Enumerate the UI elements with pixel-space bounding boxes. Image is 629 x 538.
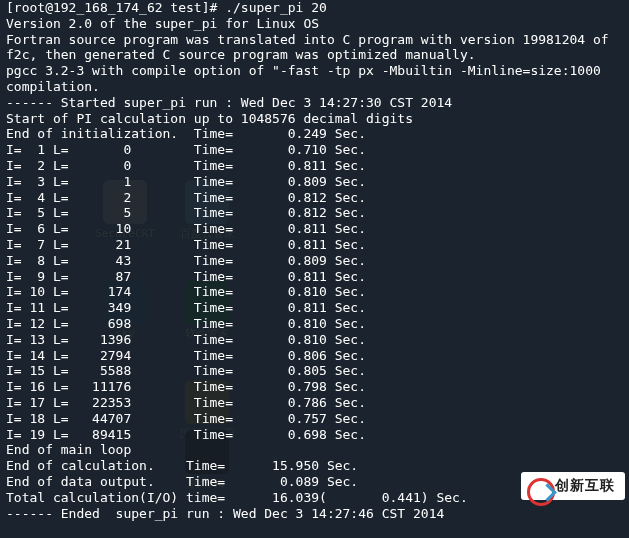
terminal-line: I= 4 L= 2 Time= 0.812 Sec. [6,190,623,206]
terminal-line: Fortran source program was translated in… [6,32,623,48]
terminal-line: I= 11 L= 349 Time= 0.811 Sec. [6,300,623,316]
terminal-line: pgcc 3.2-3 with compile option of "-fast… [6,63,623,79]
terminal-line: I= 19 L= 89415 Time= 0.698 Sec. [6,427,623,443]
terminal-line: Version 2.0 of the super_pi for Linux OS [6,16,623,32]
terminal-line: I= 8 L= 43 Time= 0.809 Sec. [6,253,623,269]
terminal[interactable]: [root@192_168_174_62 test]# ./super_pi 2… [0,0,629,538]
terminal-line: I= 18 L= 44707 Time= 0.757 Sec. [6,411,623,427]
terminal-line: I= 17 L= 22353 Time= 0.786 Sec. [6,395,623,411]
terminal-line: I= 16 L= 11176 Time= 0.798 Sec. [6,379,623,395]
terminal-line: Start of PI calculation up to 1048576 de… [6,111,623,127]
terminal-line: End of main loop [6,442,623,458]
terminal-line: I= 10 L= 174 Time= 0.810 Sec. [6,284,623,300]
terminal-line: End of initialization. Time= 0.249 Sec. [6,126,623,142]
terminal-line: ------ Ended super_pi run : Wed Dec 3 14… [6,506,623,522]
terminal-line: I= 9 L= 87 Time= 0.811 Sec. [6,269,623,285]
terminal-line: f2c, then generated C source program was… [6,47,623,63]
terminal-line: I= 13 L= 1396 Time= 0.810 Sec. [6,332,623,348]
terminal-line: ------ Started super_pi run : Wed Dec 3 … [6,95,623,111]
terminal-line: I= 5 L= 5 Time= 0.812 Sec. [6,205,623,221]
terminal-line: I= 7 L= 21 Time= 0.811 Sec. [6,237,623,253]
terminal-line: I= 15 L= 5588 Time= 0.805 Sec. [6,363,623,379]
terminal-line: I= 6 L= 10 Time= 0.811 Sec. [6,221,623,237]
terminal-line: I= 3 L= 1 Time= 0.809 Sec. [6,174,623,190]
watermark-logo: 创新互联 [521,472,625,500]
terminal-line: I= 1 L= 0 Time= 0.710 Sec. [6,142,623,158]
prompt-line: [root@192_168_174_62 test]# ./super_pi 2… [6,0,623,16]
terminal-line: I= 12 L= 698 Time= 0.810 Sec. [6,316,623,332]
terminal-line: compilation. [6,79,623,95]
terminal-line: I= 2 L= 0 Time= 0.811 Sec. [6,158,623,174]
terminal-line: I= 14 L= 2794 Time= 0.806 Sec. [6,348,623,364]
